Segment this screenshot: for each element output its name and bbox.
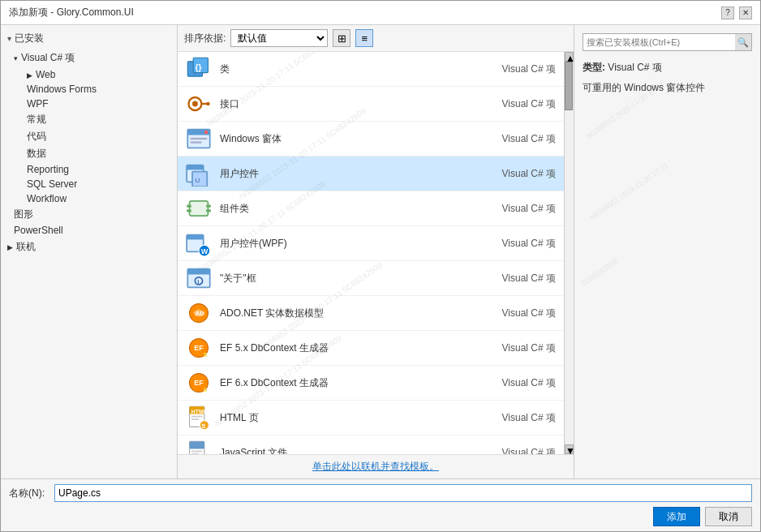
list-view-button[interactable]: ≡ [355,29,373,47]
icon-aboutbox: i [186,265,212,291]
item-row-ef6[interactable]: EF 6 EF 6.x DbContext 生成器 Visual C# 项 [178,366,564,401]
type-desc: 可重用的 Windows 窗体控件 [583,81,752,95]
item-cat-html: Visual C# 项 [475,411,556,425]
svg-rect-11 [191,141,202,143]
tree-item-visual-csharp[interactable]: ▾ Visual C# 项 [1,49,177,67]
icon-interface [186,91,212,117]
tree-item-code[interactable]: 代码 [1,128,177,145]
item-name-js: JavaScript 文件 [220,446,475,455]
tree-item-sqlserver[interactable]: SQL Server [1,177,177,191]
svg-text:HTML: HTML [191,409,207,414]
tree-item-general[interactable]: 常规 [1,111,177,128]
svg-rect-10 [191,138,208,139]
svg-text:5: 5 [201,423,205,430]
close-button[interactable]: ✕ [739,6,752,19]
svg-point-6 [206,102,210,106]
scroll-down[interactable]: ▼ [565,444,574,454]
name-input[interactable] [54,484,752,502]
item-row-ado[interactable]: AD ADO.NET 实体数据模型 Visual C# 项 [178,296,564,331]
online-templates-link[interactable]: 单击此处以联机并查找模板。 [312,461,439,472]
item-cat-userctrl: Visual C# 项 [475,167,556,181]
item-cat-ado: Visual C# 项 [475,307,556,320]
items-list: N0368552 2023-11-20 17:11 5C68242609 N03… [178,52,574,454]
item-cat-class: Visual C# 项 [475,62,556,76]
item-name-wpfuserctrl: 用户控件(WPF) [220,237,475,251]
item-cat-component: Visual C# 项 [475,202,556,216]
add-button[interactable]: 添加 [653,507,700,526]
icon-wpfuserctrl: W [186,230,212,256]
tree-arrow-online: ▶ [7,243,13,251]
tree-item-web[interactable]: ▶Web [1,67,177,82]
icon-js: JS [186,440,212,454]
bottom-buttons: 添加 取消 [9,505,752,526]
item-name-interface: 接口 [220,97,475,111]
item-row-aboutbox[interactable]: i "关于"框 Visual C# 项 [178,261,564,296]
item-cat-ef6: Visual C# 项 [475,376,556,390]
item-row-ef5[interactable]: EF 5 EF 5.x DbContext 生成器 Visual C# 项 [178,331,564,366]
svg-text:i: i [197,278,199,285]
grid-view-button[interactable]: ⊞ [333,29,350,47]
svg-rect-45 [190,441,204,448]
tree-item-winforms[interactable]: Windows Forms [1,82,177,97]
svg-rect-17 [187,204,191,207]
bottom-bar: 名称(N): 添加 取消 [1,478,760,531]
tree-item-data[interactable]: 数据 [1,145,177,162]
svg-text:5: 5 [204,351,208,358]
item-cat-winform: Visual C# 项 [475,132,556,146]
toolbar: 排序依据: 默认值名称类型 ⊞ ≡ [178,25,574,52]
svg-rect-16 [190,201,209,216]
tree-arrow-web: ▶ [27,71,32,79]
item-name-ado: ADO.NET 实体数据模型 [220,307,475,320]
search-input[interactable] [583,34,735,50]
item-cat-interface: Visual C# 项 [475,97,556,111]
type-value: Visual C# 项 [608,62,661,73]
help-button[interactable]: ? [721,6,734,19]
svg-rect-22 [187,235,204,240]
icon-class: {} [186,56,212,82]
installed-arrow: ▾ [7,34,11,43]
item-row-wpfuserctrl[interactable]: W 用户控件(WPF) Visual C# 项 [178,226,564,261]
item-row-interface[interactable]: 接口 Visual C# 项 [178,87,564,122]
tree-arrow-visual: ▾ [14,54,18,62]
sort-select[interactable]: 默认值名称类型 [230,29,328,47]
item-row-html[interactable]: HTML 5 HTML 页 Visual C# 项 [178,401,564,435]
right-panel: 🔍 N0368552 2023-11-20 17:11 N0368552 202… [574,25,760,478]
icon-html: HTML 5 [186,405,212,431]
tree-item-workflow[interactable]: Workflow [1,191,177,206]
left-panel: ▾ 已安装 ▾ Visual C# 项 ▶Web Windows Forms W… [1,25,178,478]
tree-item-reporting[interactable]: Reporting [1,162,177,177]
tree-item-graphics[interactable]: 图形 [1,206,177,223]
name-label: 名称(N): [9,487,49,500]
svg-rect-20 [206,209,211,212]
cancel-button[interactable]: 取消 [705,507,752,526]
item-row-winform[interactable]: Windows 窗体 Visual C# 项 [178,122,564,157]
tree-item-wpf[interactable]: WPF [1,97,177,111]
item-row-class[interactable]: {} 类 Visual C# 项 [178,52,564,87]
item-name-userctrl: 用户控件 [220,167,475,181]
icon-winform [186,126,212,152]
tree-item-online[interactable]: ▶ 联机 [1,238,177,256]
item-cat-wpfuserctrl: Visual C# 项 [475,237,556,251]
item-row-userctrl[interactable]: U 用户控件 Visual C# 项 [178,157,564,191]
item-name-html: HTML 页 [220,411,475,425]
svg-point-9 [204,131,209,135]
items-scroll-area: N0368552 2023-11-20 17:11 5C68242609 N03… [178,52,564,454]
svg-text:U: U [195,177,200,184]
item-name-class: 类 [220,62,475,76]
search-button[interactable]: 🔍 [735,34,751,50]
tree-item-powershell[interactable]: PowerShell [1,223,177,238]
item-row-js[interactable]: JS JavaScript 文件 Visual C# 项 [178,435,564,454]
svg-rect-18 [187,209,191,212]
item-name-component: 组件类 [220,202,475,216]
scrollbar[interactable]: ▲ ▼ [564,52,574,454]
svg-point-4 [192,101,198,107]
main-content: ▾ 已安装 ▾ Visual C# 项 ▶Web Windows Forms W… [1,25,760,478]
svg-text:{}: {} [195,63,201,72]
type-info: 类型: Visual C# 项 [583,61,752,75]
item-row-component[interactable]: 组件类 Visual C# 项 [178,191,564,226]
scroll-up[interactable]: ▲ [565,52,574,62]
scroll-thumb[interactable] [565,62,573,110]
tree-label-visual: Visual C# 项 [21,51,75,65]
link-bar: 单击此处以联机并查找模板。 [178,454,574,478]
item-cat-aboutbox: Visual C# 项 [475,272,556,285]
